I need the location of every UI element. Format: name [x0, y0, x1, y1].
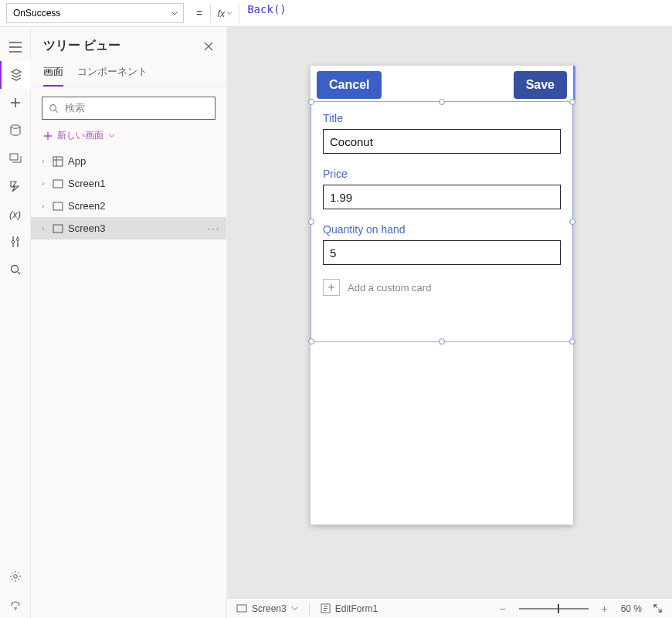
search-icon[interactable]: [0, 256, 31, 284]
search-icon: [49, 104, 59, 114]
add-custom-card-button[interactable]: + Add a custom card: [311, 271, 573, 304]
main-area: (x) ツリー ビュー 画面 コンポーネント 検索: [0, 27, 672, 618]
tree-tabs: 画面 コンポーネント: [31, 59, 226, 87]
chevron-down-icon: [171, 9, 178, 17]
status-bar: Screen3 EditForm1 − + 60 %: [227, 598, 672, 618]
phone-preview: Cancel Save Title Price Quantity on hand…: [311, 66, 573, 525]
form-header: Cancel Save: [311, 66, 573, 104]
fit-to-window-icon[interactable]: [653, 603, 663, 613]
chevron-down-icon: [291, 605, 298, 612]
svg-point-0: [11, 125, 20, 128]
field-title: Title: [311, 104, 573, 160]
insert-icon[interactable]: [0, 89, 31, 117]
expand-icon[interactable]: ›: [39, 202, 48, 210]
tree-search-placeholder: 検索: [65, 101, 85, 115]
svg-point-3: [16, 238, 19, 240]
power-automate-icon[interactable]: [0, 172, 31, 200]
field-label: Price: [323, 168, 561, 180]
svg-point-2: [12, 240, 14, 243]
tree-list: › App › Screen1 › Screen2 › Screen3 ···: [31, 150, 226, 618]
tree-item-label: App: [68, 155, 86, 167]
formula-bar: OnSuccess = fx Back(): [0, 0, 672, 27]
zoom-in-button[interactable]: +: [599, 603, 610, 615]
svg-rect-11: [237, 605, 246, 612]
status-control-selector[interactable]: EditForm1: [321, 603, 378, 614]
tree-search-input[interactable]: 検索: [42, 97, 216, 120]
status-screen-label: Screen3: [252, 603, 287, 614]
expand-icon[interactable]: ›: [39, 157, 48, 165]
close-icon[interactable]: [203, 41, 214, 52]
field-label: Title: [323, 112, 561, 124]
tab-components[interactable]: コンポーネント: [77, 62, 148, 87]
tree-item-screen1[interactable]: › Screen1: [31, 172, 226, 195]
status-control-label: EditForm1: [335, 603, 378, 614]
svg-rect-9: [53, 202, 63, 210]
edit-form[interactable]: Title Price Quantity on hand + Add a cus…: [311, 104, 573, 304]
ask-icon[interactable]: [0, 590, 31, 618]
expand-icon[interactable]: ›: [39, 224, 48, 233]
zoom-out-button[interactable]: −: [497, 603, 508, 615]
data-icon[interactable]: [0, 117, 31, 144]
svg-rect-1: [10, 154, 18, 160]
screen-icon: [53, 201, 63, 212]
separator: [309, 603, 310, 615]
tree-item-label: Screen1: [68, 178, 105, 189]
fx-dropdown[interactable]: fx: [210, 3, 239, 23]
title-input[interactable]: [323, 129, 561, 154]
selection-edge: [573, 66, 575, 100]
quantity-input[interactable]: [323, 240, 561, 265]
formula-input[interactable]: Back(): [239, 3, 672, 23]
screen-icon: [236, 604, 247, 613]
variables-icon[interactable]: (x): [0, 200, 31, 228]
property-selector-value: OnSuccess: [13, 8, 60, 19]
new-screen-label: 新しい画面: [57, 129, 104, 142]
expand-icon[interactable]: ›: [39, 179, 48, 188]
tree-panel-title: ツリー ビュー: [43, 38, 120, 54]
field-label: Quantity on hand: [323, 223, 561, 236]
tab-screens[interactable]: 画面: [43, 62, 63, 87]
svg-rect-10: [53, 225, 63, 233]
field-price: Price: [311, 160, 573, 216]
zoom-value: 60 %: [621, 603, 642, 614]
add-card-label: Add a custom card: [348, 282, 431, 294]
form-icon: [321, 603, 331, 613]
svg-point-6: [50, 104, 56, 110]
tree-item-label: Screen3: [68, 222, 105, 234]
tool-rail: (x): [0, 27, 31, 618]
svg-point-4: [11, 266, 18, 273]
tree-item-app[interactable]: › App: [31, 150, 226, 172]
tree-item-screen3[interactable]: › Screen3 ···: [31, 217, 226, 239]
hamburger-icon[interactable]: [0, 33, 31, 61]
new-screen-button[interactable]: 新しい画面: [31, 126, 226, 150]
status-screen-selector[interactable]: Screen3: [236, 603, 298, 614]
app-icon: [53, 156, 63, 167]
zoom-slider[interactable]: [519, 608, 589, 610]
tree-panel: ツリー ビュー 画面 コンポーネント 検索 新しい画面 › App › S: [31, 27, 227, 618]
svg-rect-7: [53, 157, 63, 166]
media-icon[interactable]: [0, 144, 31, 172]
settings-icon[interactable]: [0, 562, 31, 590]
tree-view-icon[interactable]: [0, 61, 31, 89]
tools-icon[interactable]: [0, 228, 31, 256]
tree-item-screen2[interactable]: › Screen2: [31, 195, 226, 217]
fx-label: fx: [217, 8, 225, 19]
price-input[interactable]: [323, 185, 561, 209]
cancel-button[interactable]: Cancel: [317, 71, 382, 99]
save-button[interactable]: Save: [514, 71, 567, 99]
property-selector[interactable]: OnSuccess: [6, 3, 184, 23]
chevron-down-icon: [226, 10, 232, 16]
plus-icon: [43, 131, 53, 141]
svg-rect-8: [53, 180, 63, 188]
chevron-down-icon: [108, 132, 115, 139]
svg-point-5: [13, 575, 17, 579]
tree-item-label: Screen2: [68, 200, 105, 212]
screen-icon: [53, 178, 63, 189]
more-icon[interactable]: ···: [208, 223, 220, 234]
canvas[interactable]: Cancel Save Title Price Quantity on hand…: [227, 27, 672, 618]
plus-icon: +: [323, 279, 340, 296]
screen-icon: [53, 223, 63, 234]
field-quantity: Quantity on hand: [311, 216, 573, 271]
equals-label: =: [188, 7, 210, 19]
